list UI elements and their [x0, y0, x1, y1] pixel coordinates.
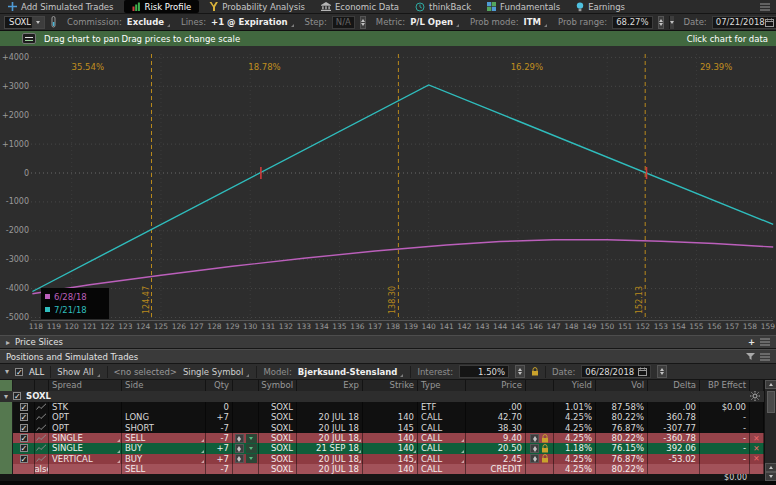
tab-thinkback[interactable]: thinkBack: [407, 0, 479, 13]
commission-value-dropdown[interactable]: Exclude: [127, 17, 171, 27]
pos-date-stepper[interactable]: [657, 365, 667, 378]
qty-stepper[interactable]: [235, 444, 244, 453]
prob-mode-value-dropdown[interactable]: ITM: [524, 17, 548, 27]
all-checkbox[interactable]: ✓: [15, 368, 23, 376]
scroll-up-button[interactable]: [765, 380, 776, 389]
tab-earnings[interactable]: Earnings: [568, 0, 633, 13]
scroll-down-button[interactable]: [765, 472, 776, 481]
step-stepper[interactable]: [360, 16, 366, 29]
tab-probability-analysis[interactable]: Probability Analysis: [201, 0, 313, 13]
row-checkbox[interactable]: ✓: [20, 413, 28, 421]
collapse-down-icon[interactable]: ▾: [4, 392, 8, 401]
trade-row[interactable]: ✓SINGLEBUY+7SOXL21 SEP 18140CALL20.501.1…: [0, 443, 764, 453]
price-lock-icon[interactable]: [541, 434, 549, 443]
tab-economic-data[interactable]: Economic Data: [313, 0, 407, 13]
group-color-strip: [0, 433, 13, 443]
trade-row[interactable]: ✓VERTICALBUY+7SOXL20 JUL 18145CALL2.454.…: [0, 454, 764, 464]
interest-lock-icon[interactable]: [531, 367, 539, 376]
interest-input[interactable]: 1.50%: [459, 365, 509, 378]
total-pctl: [526, 474, 554, 481]
filter-funnel-icon[interactable]: [746, 353, 755, 361]
scroll-up2-button[interactable]: [765, 463, 776, 472]
group-checkbox[interactable]: ✓: [13, 392, 21, 400]
risk-profile-chart[interactable]: +4000+3000+2000+10000-1000-2000-3000-400…: [0, 46, 776, 335]
row-checkbox[interactable]: ✓: [20, 455, 28, 463]
positions-menu-icon[interactable]: [760, 353, 770, 361]
scroll-thumb[interactable]: [767, 391, 775, 413]
price-stepper[interactable]: [530, 434, 539, 443]
positions-header[interactable]: Positions and Simulated Trades: [0, 349, 776, 364]
no-selected-label[interactable]: <no selected>: [114, 367, 177, 377]
pos-date-input[interactable]: 06/28/2018: [581, 365, 651, 378]
tab-add-simulated-trades[interactable]: Add Simulated Trades: [0, 0, 122, 13]
table-total-row: $0.00: [0, 474, 764, 481]
pos-date-label: Date:: [552, 367, 575, 377]
cell-spark: [35, 454, 49, 464]
analyze-tab-bar: Add Simulated TradesRisk ProfileProbabil…: [0, 0, 776, 14]
cell-type: CALL: [418, 443, 466, 453]
trade-row[interactable]: ✓SINGLESELL-7SOXL20 JUL 18140CALL9.404.2…: [0, 433, 764, 443]
qty-stepper[interactable]: [235, 454, 244, 463]
tab-risk-profile[interactable]: Risk Profile: [124, 0, 200, 13]
svg-text:124: 124: [136, 322, 151, 331]
symbol-group-row[interactable]: ▾✓SOXL: [0, 391, 764, 402]
tab-fundamentals[interactable]: Fundamentals: [479, 0, 568, 13]
gear-icon[interactable]: [750, 391, 760, 401]
calendar-icon[interactable]: [638, 367, 647, 376]
model-value-dropdown[interactable]: Bjerksund-Stensland: [298, 367, 405, 377]
price-slices-header[interactable]: ▸ Price Slices +: [0, 335, 776, 349]
qty-stepper[interactable]: [235, 434, 244, 443]
svg-text:120: 120: [65, 322, 80, 331]
price-lock-icon[interactable]: [541, 454, 549, 463]
metric-value-dropdown[interactable]: P/L Open: [410, 17, 460, 27]
show-all-dropdown[interactable]: Show All: [57, 367, 100, 377]
price-stepper[interactable]: [530, 454, 539, 463]
cell-exp: 20 JUL 18: [297, 433, 363, 443]
price-slices-menu-icon[interactable]: [760, 338, 770, 346]
prob-range-dropdown-button[interactable]: [669, 16, 674, 29]
price-lock-icon[interactable]: [541, 444, 549, 453]
svg-text:129: 129: [225, 322, 240, 331]
svg-text:0: 0: [24, 169, 29, 178]
qty-dropdown-button[interactable]: [246, 454, 257, 463]
collapse-down-icon[interactable]: ▾: [5, 367, 9, 376]
remove-trade-button[interactable]: ✕: [753, 434, 759, 443]
remove-trade-button[interactable]: ✕: [753, 444, 759, 453]
total-close: [750, 474, 764, 481]
calendar-icon[interactable]: [765, 18, 774, 27]
chart-settings-icon[interactable]: [22, 33, 36, 44]
symbol-input[interactable]: SOXL: [4, 16, 45, 29]
prob-range-stepper[interactable]: [658, 16, 664, 29]
row-checkbox[interactable]: ✓: [20, 444, 28, 452]
qty-dropdown-button[interactable]: [246, 434, 257, 443]
price-stepper[interactable]: [530, 444, 539, 453]
add-price-slice-button[interactable]: +: [748, 337, 755, 347]
interest-stepper[interactable]: [515, 365, 525, 378]
position-row[interactable]: ✓OPTSHORT-7SOXL20 JUL 18145CALL38.304.25…: [0, 423, 764, 433]
header-pctl: [526, 380, 554, 391]
step-input[interactable]: N/A: [332, 16, 355, 29]
tabbar-menu-icon[interactable]: [760, 3, 770, 11]
row-checkbox[interactable]: ✓: [20, 424, 28, 432]
position-row[interactable]: ✓OPTLONG+7SOXL20 JUL 18140CALL42.704.25%…: [0, 412, 764, 422]
beaker-icon[interactable]: [50, 16, 57, 28]
date-input[interactable]: 07/21/2018: [712, 16, 776, 29]
svg-text:+3000: +3000: [2, 82, 29, 91]
prob-range-input[interactable]: 68.27%: [612, 16, 652, 29]
position-row[interactable]: ✓STK0SOXLETF.001.01%87.58%.00$0.00: [0, 402, 764, 412]
remove-trade-button[interactable]: ✕: [753, 454, 759, 463]
row-checkbox[interactable]: ✓: [20, 434, 28, 442]
symbol-dropdown-button[interactable]: [31, 17, 44, 28]
risk-profile-plot[interactable]: +4000+3000+2000+10000-1000-2000-3000-400…: [0, 46, 776, 335]
trade-row[interactable]: falseSELL-7SOXL20 JUL 18140CALLCREDIT4.2…: [0, 464, 764, 474]
qty-dropdown-button[interactable]: [246, 444, 257, 453]
expand-right-icon[interactable]: ▸: [6, 338, 10, 347]
lines-value-dropdown[interactable]: +1 @ Expiration: [211, 17, 295, 27]
cell-delta: .00: [648, 402, 700, 412]
table-scrollbar[interactable]: [764, 380, 776, 481]
row-checkbox[interactable]: ✓: [20, 403, 28, 411]
header-spread: Spread: [49, 380, 122, 391]
single-symbol-dropdown[interactable]: Single Symbol: [183, 367, 251, 377]
cell-spark: [35, 433, 49, 443]
cell-yield: 4.25%: [554, 433, 596, 443]
